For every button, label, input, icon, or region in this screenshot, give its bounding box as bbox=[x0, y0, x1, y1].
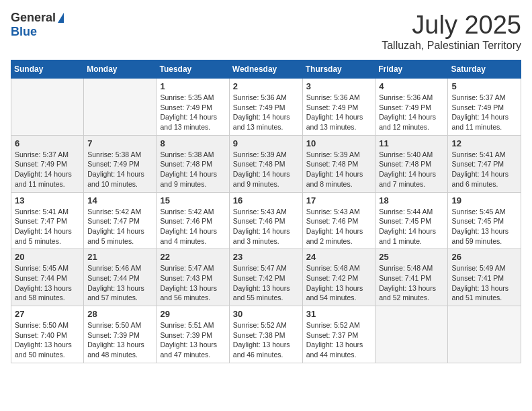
cell-week3-day6: 18Sunrise: 5:44 AMSunset: 7:45 PMDayligh… bbox=[375, 192, 448, 249]
day-number: 15 bbox=[160, 195, 225, 205]
week-row-1: 1Sunrise: 5:35 AMSunset: 7:49 PMDaylight… bbox=[11, 79, 521, 136]
day-number: 8 bbox=[160, 138, 225, 148]
header-tuesday: Tuesday bbox=[157, 60, 229, 79]
cell-info: Sunrise: 5:46 AMSunset: 7:44 PMDaylight:… bbox=[87, 264, 144, 302]
day-number: 2 bbox=[233, 81, 299, 91]
cell-week5-day4: 30Sunrise: 5:52 AMSunset: 7:38 PMDayligh… bbox=[229, 306, 302, 363]
day-number: 27 bbox=[15, 309, 80, 319]
cell-week1-day3: 1Sunrise: 5:35 AMSunset: 7:49 PMDaylight… bbox=[157, 79, 229, 136]
cell-week5-day6 bbox=[375, 306, 448, 363]
day-number: 11 bbox=[379, 138, 444, 148]
cell-week3-day1: 13Sunrise: 5:41 AMSunset: 7:47 PMDayligh… bbox=[11, 192, 84, 249]
cell-info: Sunrise: 5:47 AMSunset: 7:43 PMDaylight:… bbox=[160, 264, 217, 302]
logo-arrow-icon bbox=[58, 13, 64, 23]
cell-info: Sunrise: 5:48 AMSunset: 7:42 PMDaylight:… bbox=[306, 264, 363, 302]
cell-info: Sunrise: 5:41 AMSunset: 7:47 PMDaylight:… bbox=[15, 208, 72, 245]
logo-blue-text: Blue bbox=[11, 25, 37, 39]
cell-info: Sunrise: 5:45 AMSunset: 7:44 PMDaylight:… bbox=[15, 264, 72, 302]
cell-week2-day6: 11Sunrise: 5:40 AMSunset: 7:48 PMDayligh… bbox=[375, 135, 448, 192]
header-thursday: Thursday bbox=[302, 60, 375, 79]
cell-week2-day5: 10Sunrise: 5:39 AMSunset: 7:48 PMDayligh… bbox=[302, 135, 375, 192]
cell-info: Sunrise: 5:42 AMSunset: 7:46 PMDaylight:… bbox=[160, 208, 217, 245]
day-number: 21 bbox=[87, 252, 152, 262]
day-number: 18 bbox=[379, 195, 444, 205]
cell-week3-day7: 19Sunrise: 5:45 AMSunset: 7:45 PMDayligh… bbox=[448, 192, 521, 249]
cell-week2-day2: 7Sunrise: 5:38 AMSunset: 7:49 PMDaylight… bbox=[84, 135, 157, 192]
day-number: 19 bbox=[451, 195, 517, 205]
cell-info: Sunrise: 5:47 AMSunset: 7:42 PMDaylight:… bbox=[233, 264, 290, 302]
cell-info: Sunrise: 5:39 AMSunset: 7:48 PMDaylight:… bbox=[233, 150, 290, 188]
cell-info: Sunrise: 5:48 AMSunset: 7:41 PMDaylight:… bbox=[379, 264, 436, 302]
cell-week2-day7: 12Sunrise: 5:41 AMSunset: 7:47 PMDayligh… bbox=[448, 135, 521, 192]
cell-week5-day5: 31Sunrise: 5:52 AMSunset: 7:37 PMDayligh… bbox=[302, 306, 375, 363]
day-number: 7 bbox=[87, 138, 152, 148]
cell-week3-day5: 17Sunrise: 5:43 AMSunset: 7:46 PMDayligh… bbox=[302, 192, 375, 249]
day-number: 23 bbox=[233, 252, 299, 262]
day-number: 12 bbox=[451, 138, 517, 148]
day-number: 31 bbox=[306, 309, 372, 319]
cell-week1-day4: 2Sunrise: 5:36 AMSunset: 7:49 PMDaylight… bbox=[229, 79, 302, 136]
cell-week5-day7 bbox=[448, 306, 521, 363]
cell-info: Sunrise: 5:44 AMSunset: 7:45 PMDaylight:… bbox=[379, 208, 436, 245]
cell-week5-day2: 28Sunrise: 5:50 AMSunset: 7:39 PMDayligh… bbox=[84, 306, 157, 363]
cell-week1-day7: 5Sunrise: 5:37 AMSunset: 7:49 PMDaylight… bbox=[448, 79, 521, 136]
cell-info: Sunrise: 5:35 AMSunset: 7:49 PMDaylight:… bbox=[160, 93, 217, 131]
cell-week2-day3: 8Sunrise: 5:38 AMSunset: 7:48 PMDaylight… bbox=[157, 135, 229, 192]
header-saturday: Saturday bbox=[448, 60, 521, 79]
day-number: 22 bbox=[160, 252, 225, 262]
day-number: 24 bbox=[306, 252, 372, 262]
day-number: 26 bbox=[451, 252, 517, 262]
cell-info: Sunrise: 5:52 AMSunset: 7:37 PMDaylight:… bbox=[306, 321, 363, 359]
month-title: July 2025 bbox=[382, 11, 521, 40]
cell-week4-day1: 20Sunrise: 5:45 AMSunset: 7:44 PMDayligh… bbox=[11, 249, 84, 306]
cell-week1-day5: 3Sunrise: 5:36 AMSunset: 7:49 PMDaylight… bbox=[302, 79, 375, 136]
cell-week4-day6: 25Sunrise: 5:48 AMSunset: 7:41 PMDayligh… bbox=[375, 249, 448, 306]
cell-info: Sunrise: 5:50 AMSunset: 7:40 PMDaylight:… bbox=[15, 321, 72, 359]
header-sunday: Sunday bbox=[11, 60, 84, 79]
cell-week2-day4: 9Sunrise: 5:39 AMSunset: 7:48 PMDaylight… bbox=[229, 135, 302, 192]
calendar-table: SundayMondayTuesdayWednesdayThursdayFrid… bbox=[11, 60, 521, 363]
cell-info: Sunrise: 5:43 AMSunset: 7:46 PMDaylight:… bbox=[233, 208, 290, 245]
day-number: 9 bbox=[233, 138, 299, 148]
cell-info: Sunrise: 5:50 AMSunset: 7:39 PMDaylight:… bbox=[87, 321, 144, 359]
cell-week1-day2 bbox=[84, 79, 157, 136]
cell-week4-day4: 23Sunrise: 5:47 AMSunset: 7:42 PMDayligh… bbox=[229, 249, 302, 306]
calendar-header-row: SundayMondayTuesdayWednesdayThursdayFrid… bbox=[11, 60, 521, 79]
cell-week4-day3: 22Sunrise: 5:47 AMSunset: 7:43 PMDayligh… bbox=[157, 249, 229, 306]
logo: General Blue bbox=[11, 11, 64, 39]
day-number: 16 bbox=[233, 195, 299, 205]
page-header: General Blue July 2025 Talluzah, Palesti… bbox=[11, 11, 521, 52]
cell-info: Sunrise: 5:41 AMSunset: 7:47 PMDaylight:… bbox=[451, 150, 508, 188]
day-number: 17 bbox=[306, 195, 372, 205]
cell-info: Sunrise: 5:36 AMSunset: 7:49 PMDaylight:… bbox=[379, 93, 436, 131]
cell-week3-day4: 16Sunrise: 5:43 AMSunset: 7:46 PMDayligh… bbox=[229, 192, 302, 249]
week-row-3: 13Sunrise: 5:41 AMSunset: 7:47 PMDayligh… bbox=[11, 192, 521, 249]
cell-week4-day5: 24Sunrise: 5:48 AMSunset: 7:42 PMDayligh… bbox=[302, 249, 375, 306]
cell-info: Sunrise: 5:52 AMSunset: 7:38 PMDaylight:… bbox=[233, 321, 290, 359]
cell-info: Sunrise: 5:36 AMSunset: 7:49 PMDaylight:… bbox=[306, 93, 363, 131]
cell-info: Sunrise: 5:51 AMSunset: 7:39 PMDaylight:… bbox=[160, 321, 217, 359]
cell-week1-day6: 4Sunrise: 5:36 AMSunset: 7:49 PMDaylight… bbox=[375, 79, 448, 136]
header-monday: Monday bbox=[84, 60, 157, 79]
header-friday: Friday bbox=[375, 60, 448, 79]
cell-info: Sunrise: 5:39 AMSunset: 7:48 PMDaylight:… bbox=[306, 150, 363, 188]
cell-info: Sunrise: 5:37 AMSunset: 7:49 PMDaylight:… bbox=[451, 93, 508, 131]
logo-general-text: General bbox=[11, 11, 56, 25]
week-row-5: 27Sunrise: 5:50 AMSunset: 7:40 PMDayligh… bbox=[11, 306, 521, 363]
day-number: 25 bbox=[379, 252, 444, 262]
title-block: July 2025 Talluzah, Palestinian Territor… bbox=[382, 11, 521, 52]
day-number: 29 bbox=[160, 309, 225, 319]
week-row-4: 20Sunrise: 5:45 AMSunset: 7:44 PMDayligh… bbox=[11, 249, 521, 306]
day-number: 14 bbox=[87, 195, 152, 205]
cell-week5-day3: 29Sunrise: 5:51 AMSunset: 7:39 PMDayligh… bbox=[157, 306, 229, 363]
cell-info: Sunrise: 5:45 AMSunset: 7:45 PMDaylight:… bbox=[451, 208, 508, 245]
week-row-2: 6Sunrise: 5:37 AMSunset: 7:49 PMDaylight… bbox=[11, 135, 521, 192]
day-number: 20 bbox=[15, 252, 80, 262]
day-number: 3 bbox=[306, 81, 372, 91]
cell-info: Sunrise: 5:38 AMSunset: 7:49 PMDaylight:… bbox=[87, 150, 144, 188]
cell-week1-day1 bbox=[11, 79, 84, 136]
cell-week5-day1: 27Sunrise: 5:50 AMSunset: 7:40 PMDayligh… bbox=[11, 306, 84, 363]
cell-info: Sunrise: 5:43 AMSunset: 7:46 PMDaylight:… bbox=[306, 208, 363, 245]
cell-info: Sunrise: 5:38 AMSunset: 7:48 PMDaylight:… bbox=[160, 150, 217, 188]
cell-week4-day2: 21Sunrise: 5:46 AMSunset: 7:44 PMDayligh… bbox=[84, 249, 157, 306]
